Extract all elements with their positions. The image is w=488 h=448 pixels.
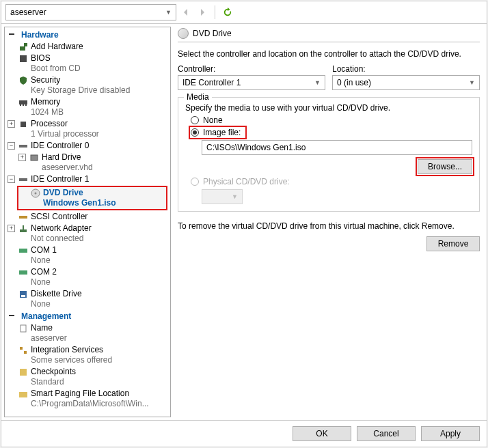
physical-drive-select: ▼ [202, 189, 243, 204]
scsi-item[interactable]: SCSI Controller [5, 211, 170, 223]
dvd-icon [178, 28, 189, 39]
svg-rect-20 [21, 325, 26, 332]
svg-rect-2 [20, 55, 27, 62]
settings-tree[interactable]: Hardware Add Hardware BIOS Boot from CD … [4, 27, 171, 417]
svg-point-12 [35, 193, 37, 195]
controller-icon [18, 141, 28, 151]
checkpoints-item[interactable]: Checkpoints Standard [5, 366, 170, 388]
ide0-item[interactable]: − IDE Controller 0 [5, 140, 170, 152]
hard-drive-item[interactable]: + Hard Drive aseserver.vhd [5, 152, 170, 173]
svg-rect-6 [25, 104, 27, 106]
expand-icon[interactable]: + [8, 225, 15, 232]
svg-rect-3 [19, 100, 27, 104]
svg-rect-24 [19, 392, 27, 397]
media-legend: Media [184, 92, 212, 102]
collapse-icon[interactable]: − [8, 176, 15, 183]
svg-rect-16 [19, 249, 27, 253]
image-path-input[interactable] [202, 140, 472, 155]
hard-drive-icon [29, 153, 39, 163]
svg-rect-9 [31, 155, 38, 160]
svg-rect-19 [21, 295, 25, 297]
separator [215, 5, 215, 19]
dvd-drive-item[interactable]: DVD Drive Windows Gen1.iso [18, 187, 166, 209]
radio-physical [191, 178, 199, 186]
remove-button[interactable]: Remove [426, 236, 480, 251]
back-button [179, 5, 193, 19]
expand-icon[interactable]: + [8, 120, 15, 128]
svg-rect-4 [20, 104, 21, 106]
add-hardware-icon [18, 42, 28, 52]
details-pane: DVD Drive Select the controller and loca… [172, 24, 487, 420]
svg-rect-0 [20, 46, 25, 51]
diskette-item[interactable]: Diskette Drive None [5, 288, 170, 310]
memory-icon [18, 98, 28, 107]
serial-port-icon [18, 246, 28, 255]
chevron-down-icon: ▼ [165, 9, 172, 16]
smart-paging-item[interactable]: Smart Paging File Location C:\ProgramDat… [5, 388, 170, 410]
folder-icon [18, 389, 28, 399]
collapse-icon[interactable]: − [8, 142, 15, 150]
radio-none-row[interactable]: None [191, 115, 472, 125]
chevron-down-icon: ▼ [314, 79, 321, 86]
svg-rect-15 [23, 225, 24, 229]
radio-image-row[interactable]: Image file: [191, 128, 245, 137]
security-item[interactable]: Security Key Storage Drive disabled [5, 74, 170, 96]
radio-physical-row: Physical CD/DVD drive: [191, 177, 472, 186]
svg-rect-7 [21, 122, 26, 127]
svg-rect-5 [23, 104, 24, 106]
remove-description: To remove the virtual CD/DVD drive from … [178, 221, 480, 231]
svg-rect-14 [20, 229, 27, 232]
media-description: Specify the media to use with your virtu… [185, 103, 472, 113]
media-fieldset: Media Specify the media to use with your… [178, 97, 480, 212]
location-label: Location: [332, 64, 480, 74]
processor-item[interactable]: + Processor 1 Virtual processor [5, 118, 170, 140]
pane-description: Select the controller and location on th… [178, 49, 480, 59]
chip-icon [18, 54, 28, 64]
management-section[interactable]: Management [5, 310, 170, 322]
svg-rect-1 [24, 43, 27, 46]
svg-rect-10 [19, 178, 27, 181]
serial-port-icon [18, 268, 28, 277]
network-icon [18, 224, 28, 234]
svg-rect-23 [20, 369, 27, 376]
bios-item[interactable]: BIOS Boot from CD [5, 53, 170, 74]
vm-name: aseserver [10, 8, 46, 17]
dialog-footer: OK Cancel Apply [1, 420, 487, 447]
refresh-button[interactable] [221, 5, 234, 19]
cpu-icon [18, 120, 28, 129]
add-hardware-item[interactable]: Add Hardware [5, 41, 170, 53]
ide1-item[interactable]: − IDE Controller 1 [5, 173, 170, 185]
com1-item[interactable]: COM 1 None [5, 244, 170, 266]
checkpoint-icon [18, 367, 28, 377]
svg-rect-8 [19, 145, 27, 148]
svg-rect-13 [19, 216, 27, 219]
location-select[interactable]: 0 (in use) ▼ [332, 75, 480, 90]
floppy-icon [18, 290, 28, 299]
services-icon [18, 346, 28, 355]
svg-rect-17 [19, 270, 27, 275]
browse-button[interactable]: Browse... [418, 159, 472, 174]
ok-button[interactable]: OK [293, 426, 351, 441]
com2-item[interactable]: COM 2 None [5, 266, 170, 288]
controller-icon [18, 175, 28, 184]
svg-rect-21 [20, 347, 23, 350]
radio-image-file[interactable] [191, 128, 199, 137]
dvd-icon [31, 188, 40, 198]
vm-selector[interactable]: aseserver ▼ [5, 4, 176, 20]
pane-title: DVD Drive [193, 29, 232, 38]
hardware-section[interactable]: Hardware [5, 29, 170, 41]
memory-item[interactable]: Memory 1024 MB [5, 96, 170, 118]
integration-item[interactable]: Integration Services Some services offer… [5, 344, 170, 366]
controller-select[interactable]: IDE Controller 1 ▼ [178, 75, 325, 90]
apply-button[interactable]: Apply [421, 426, 480, 441]
network-item[interactable]: + Network Adapter Not connected [5, 223, 170, 244]
name-icon [18, 324, 28, 333]
expand-icon[interactable]: + [18, 154, 26, 161]
forward-button [195, 5, 209, 19]
cancel-button[interactable]: Cancel [357, 426, 416, 441]
chevron-down-icon: ▼ [232, 193, 238, 200]
shield-icon [18, 76, 28, 85]
name-item[interactable]: Name aseserver [5, 322, 170, 344]
radio-none[interactable] [191, 116, 199, 124]
chevron-down-icon: ▼ [469, 79, 475, 86]
